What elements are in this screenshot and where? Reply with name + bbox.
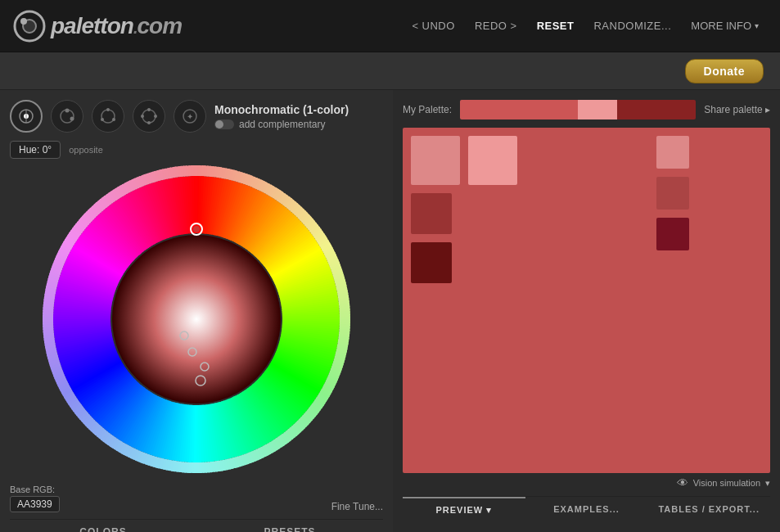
svg-point-17 <box>141 115 144 118</box>
opposite-label: opposite <box>69 145 103 155</box>
svg-point-2 <box>20 18 27 25</box>
mode-adjacent[interactable] <box>51 100 83 133</box>
complementary-toggle[interactable] <box>214 119 234 129</box>
swatch-3[interactable] <box>411 193 452 234</box>
mode-title: Monochromatic (1-color) <box>214 103 383 116</box>
svg-point-13 <box>142 110 156 123</box>
palette-strip-1 <box>460 100 578 119</box>
svg-point-16 <box>147 121 151 124</box>
logo: paletton.com <box>13 10 182 43</box>
right-panel: My Palette: Share palette ▸ 👁 Vision sim… <box>393 90 780 532</box>
palette-strip-2 <box>578 100 617 119</box>
svg-point-14 <box>147 108 151 111</box>
main-content: ✦ Monochromatic (1-color) add complement… <box>0 90 780 532</box>
custom-icon: ✦ <box>180 106 200 126</box>
svg-text:✦: ✦ <box>187 112 193 121</box>
share-palette-button[interactable]: Share palette ▸ <box>704 104 770 115</box>
swatch-1[interactable] <box>468 136 517 185</box>
svg-point-11 <box>112 118 115 121</box>
left-panel-tabs: COLORS PRESETS <box>10 519 383 532</box>
base-rgb-value[interactable]: AA3939 <box>10 496 60 512</box>
svg-point-7 <box>65 109 70 113</box>
fine-tune-link[interactable]: Fine Tune... <box>331 501 383 512</box>
my-palette-label: My Palette: <box>403 104 452 115</box>
swatch-5[interactable] <box>411 242 452 283</box>
swatch-6[interactable] <box>656 218 689 250</box>
mode-triad[interactable] <box>92 100 124 133</box>
swatch-2[interactable] <box>656 136 689 169</box>
undo-button[interactable]: < UNDO <box>404 15 462 37</box>
donate-bar: Donate <box>0 52 780 90</box>
randomize-button[interactable]: RANDOMIZE... <box>585 15 679 37</box>
tab-tables[interactable]: TABLES / EXPORT... <box>647 497 770 522</box>
palette-preview <box>460 100 696 119</box>
nav-buttons: < UNDO REDO > RESET RANDOMIZE... MORE IN… <box>404 15 767 37</box>
base-rgb-row: Base RGB: AA3939 Fine Tune... <box>10 478 383 512</box>
redo-button[interactable]: REDO > <box>467 15 525 37</box>
more-info-button[interactable]: MORE INFO ▾ <box>683 15 767 37</box>
tetrad-icon <box>139 106 159 126</box>
tab-preview[interactable]: PREVIEW ▾ <box>403 497 525 522</box>
base-rgb: Base RGB: AA3939 <box>10 485 60 512</box>
base-rgb-label: Base RGB: <box>10 485 60 494</box>
svg-point-10 <box>106 108 110 111</box>
tab-colors[interactable]: COLORS <box>10 520 196 532</box>
wheel-container[interactable]: // This can't run here; we'll handle in … <box>10 164 383 475</box>
adjacent-icon <box>57 106 77 126</box>
mode-selector: ✦ Monochromatic (1-color) add complement… <box>10 100 383 133</box>
tab-presets[interactable]: PRESETS <box>196 520 383 532</box>
color-wheel[interactable]: // This can't run here; we'll handle in … <box>41 164 352 475</box>
svg-point-8 <box>70 117 74 121</box>
swatch-0[interactable] <box>411 136 460 185</box>
mono-icon <box>16 106 36 126</box>
wheel-selector-fill <box>193 226 200 232</box>
vision-sim-arrow: ▾ <box>765 478 770 489</box>
eye-icon: 👁 <box>677 476 688 489</box>
my-palette-row: My Palette: Share palette ▸ <box>403 100 770 119</box>
donate-button[interactable]: Donate <box>685 59 764 83</box>
add-complementary: add complementary <box>214 119 383 130</box>
svg-point-12 <box>101 118 104 121</box>
palette-strip-3 <box>617 100 696 119</box>
vision-simulation: 👁 Vision simulation ▾ <box>403 473 770 493</box>
svg-point-9 <box>101 110 115 123</box>
mode-custom[interactable]: ✦ <box>174 100 206 133</box>
vision-sim-label: Vision simulation <box>693 478 760 488</box>
left-panel: ✦ Monochromatic (1-color) add complement… <box>0 90 393 532</box>
mode-label: Monochromatic (1-color) add complementar… <box>214 103 383 130</box>
mode-tetrad[interactable] <box>133 100 165 133</box>
hue-badge: Hue: 0° <box>10 141 61 159</box>
logo-icon <box>13 10 46 43</box>
tab-examples[interactable]: EXAMPLES... <box>525 497 648 522</box>
logo-wordmark: paletton.com <box>51 13 182 39</box>
triad-icon <box>98 106 118 126</box>
header: paletton.com < UNDO REDO > RESET RANDOMI… <box>0 0 780 52</box>
hue-display: Hue: 0° opposite <box>10 141 383 159</box>
mode-monochromatic[interactable] <box>10 100 43 133</box>
color-grid[interactable] <box>403 128 770 473</box>
svg-point-15 <box>154 115 157 118</box>
swatch-4[interactable] <box>656 177 689 210</box>
reset-button[interactable]: RESET <box>529 15 583 37</box>
right-panel-tabs: PREVIEW ▾ EXAMPLES... TABLES / EXPORT... <box>403 496 770 522</box>
